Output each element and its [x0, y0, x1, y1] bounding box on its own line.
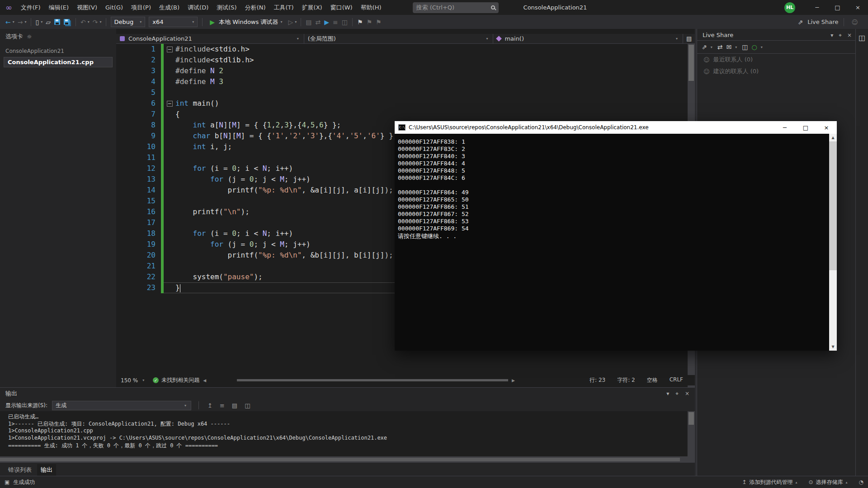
document-outline-icon[interactable]: ▤: [683, 34, 695, 43]
breakpoint-gutter[interactable]: [156, 163, 161, 174]
new-file-icon[interactable]: ▯: [34, 18, 41, 26]
share-session-icon[interactable]: ⇗: [702, 43, 707, 51]
live-share-icon[interactable]: ⇗: [796, 18, 805, 26]
line-number[interactable]: 4: [116, 76, 156, 87]
breakpoint-gutter[interactable]: [156, 282, 161, 293]
window-close-button[interactable]: ×: [848, 0, 868, 15]
previous-bookmark-icon[interactable]: ⚑: [364, 18, 374, 26]
breakpoint-gutter[interactable]: [156, 228, 161, 239]
line-number[interactable]: 21: [116, 261, 156, 272]
comments-caret-icon[interactable]: ▾: [735, 45, 738, 49]
fold-column[interactable]: [164, 163, 175, 174]
console-scrollbar-thumb[interactable]: [829, 141, 837, 270]
fold-column[interactable]: [164, 206, 175, 217]
undo-caret-icon[interactable]: ▾: [88, 20, 91, 24]
menu-item[interactable]: 工具(T): [270, 0, 298, 15]
bottom-tab-错误列表[interactable]: 错误列表: [5, 464, 35, 476]
code-line[interactable]: 7{: [116, 109, 688, 120]
console-output[interactable]: 000000F127AFF838: 1000000F127AFF83C: 200…: [395, 134, 837, 351]
status-column-number[interactable]: 字符: 2: [617, 376, 635, 384]
menu-item[interactable]: 项目(P): [127, 0, 155, 15]
open-file-icon[interactable]: ▱: [44, 18, 52, 26]
output-vertical-scrollbar[interactable]: [688, 411, 695, 456]
save-all-icon[interactable]: [64, 19, 70, 25]
console-scroll-down-icon[interactable]: ▼: [829, 343, 837, 351]
fold-column[interactable]: [164, 174, 175, 185]
breakpoint-gutter[interactable]: [156, 206, 161, 217]
code-line[interactable]: 4#define M 3: [116, 76, 688, 87]
line-number[interactable]: 20: [116, 250, 156, 261]
session-state-caret-icon[interactable]: ▾: [761, 45, 764, 49]
breakpoint-gutter[interactable]: [156, 217, 161, 228]
menu-item[interactable]: Git(G): [101, 0, 127, 15]
notifications-tool-icon[interactable]: ◫: [859, 33, 865, 476]
fold-column[interactable]: −: [164, 44, 175, 55]
menu-item[interactable]: 分析(N): [241, 0, 270, 15]
scroll-left-icon[interactable]: ◀: [203, 378, 206, 383]
notifications-bell-icon[interactable]: ◔: [859, 479, 863, 485]
breakpoint-gutter[interactable]: [156, 261, 161, 272]
breakpoint-gutter[interactable]: [156, 98, 161, 109]
output-horizontal-scrollbar-thumb[interactable]: [0, 458, 680, 461]
window-maximize-button[interactable]: □: [827, 0, 848, 15]
fold-column[interactable]: −: [164, 98, 175, 109]
fold-column[interactable]: [164, 109, 175, 120]
fold-column[interactable]: [164, 120, 175, 131]
redo-icon[interactable]: ↷: [91, 18, 100, 26]
menu-item[interactable]: 生成(B): [155, 0, 184, 15]
word-wrap-icon[interactable]: ≡: [218, 402, 226, 409]
panel-pin-icon[interactable]: ⌖: [839, 32, 842, 38]
clear-output-icon[interactable]: ▤: [231, 402, 239, 409]
menu-item[interactable]: 调试(D): [184, 0, 212, 15]
code-line[interactable]: 3#define N 2: [116, 66, 688, 76]
start-without-debugging-icon[interactable]: ▷: [286, 18, 295, 26]
fold-column[interactable]: [164, 152, 175, 163]
panel-caret-icon[interactable]: ▾: [830, 32, 833, 38]
output-caret-icon[interactable]: ▾: [666, 390, 669, 397]
fold-column[interactable]: [164, 250, 175, 261]
menu-item[interactable]: 视图(V): [73, 0, 101, 15]
code-line[interactable]: 6−int main(): [116, 98, 688, 109]
line-number[interactable]: 23: [116, 282, 156, 293]
menu-item[interactable]: 文件(F): [17, 0, 45, 15]
comments-icon[interactable]: ✉: [726, 43, 731, 51]
bottom-tab-输出[interactable]: 输出: [37, 464, 56, 476]
fold-column[interactable]: [164, 131, 175, 141]
layout-icon[interactable]: ◫: [742, 43, 748, 51]
breakpoint-gutter[interactable]: [156, 174, 161, 185]
session-state-icon[interactable]: ○: [751, 43, 757, 51]
line-number[interactable]: 10: [116, 141, 156, 152]
breakpoint-gutter[interactable]: [156, 141, 161, 152]
code-line[interactable]: 1−#include<stdio.h>: [116, 44, 688, 55]
breakpoint-gutter[interactable]: [156, 87, 161, 98]
breakpoint-gutter[interactable]: [156, 239, 161, 250]
fold-column[interactable]: [164, 66, 175, 76]
console-title-bar[interactable]: C:\_ C:\Users\ASUS\source\repos\ConsoleA…: [395, 121, 837, 134]
share-session-caret-icon[interactable]: ▾: [711, 45, 714, 49]
output-vertical-scrollbar-thumb[interactable]: [689, 412, 694, 425]
scope-dropdown[interactable]: (全局范围) ▾: [304, 34, 494, 43]
line-number[interactable]: 18: [116, 228, 156, 239]
status-line-number[interactable]: 行: 23: [590, 376, 605, 384]
line-number[interactable]: 12: [116, 163, 156, 174]
line-number[interactable]: 22: [116, 272, 156, 282]
breakpoint-gutter[interactable]: [156, 55, 161, 66]
navigate-forward-caret-icon[interactable]: ▾: [24, 20, 28, 24]
fold-column[interactable]: [164, 239, 175, 250]
attach-process-icon[interactable]: ▤: [304, 18, 313, 26]
line-number[interactable]: 16: [116, 206, 156, 217]
open-document-tab[interactable]: ConsoleApplication21.cpp: [4, 57, 113, 67]
navigate-back-icon[interactable]: ←: [4, 18, 13, 26]
breakpoint-gutter[interactable]: [156, 196, 161, 206]
zoom-dropdown[interactable]: 150 % ▾: [116, 377, 149, 384]
menu-item[interactable]: 窗口(W): [326, 0, 357, 15]
editor-vertical-scrollbar-thumb[interactable]: [689, 45, 694, 81]
breakpoint-gutter[interactable]: [156, 250, 161, 261]
join-session-icon[interactable]: ⇄: [717, 43, 723, 51]
new-file-caret-icon[interactable]: ▾: [41, 20, 44, 24]
contacts-group-item[interactable]: ☺建议的联系人 (0): [697, 66, 855, 77]
line-number[interactable]: 7: [116, 109, 156, 120]
solution-config-dropdown[interactable]: Debug ▾: [111, 17, 146, 27]
line-number[interactable]: 6: [116, 98, 156, 109]
line-number[interactable]: 5: [116, 87, 156, 98]
